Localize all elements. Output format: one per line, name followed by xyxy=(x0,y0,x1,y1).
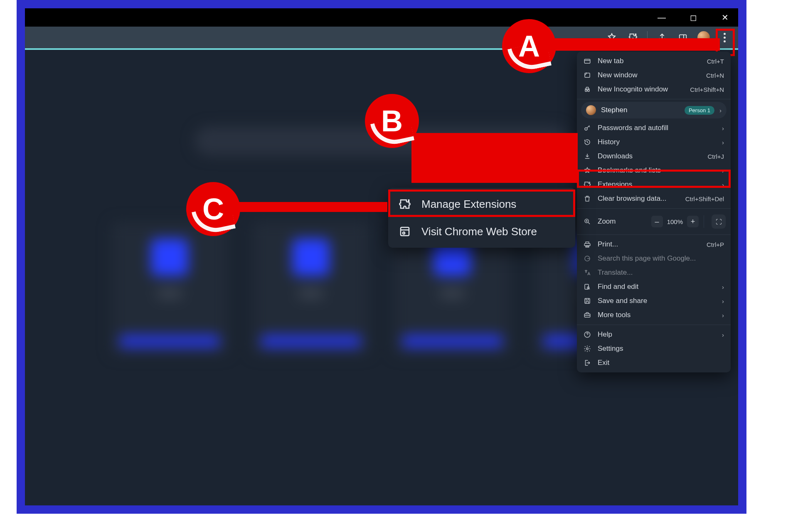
svg-rect-15 xyxy=(401,227,409,236)
menu-shortcut: Ctrl+Shift+N xyxy=(690,86,724,93)
svg-point-16 xyxy=(403,232,405,234)
chevron-right-icon: › xyxy=(722,298,724,305)
profile-name: Stephen xyxy=(601,106,680,114)
profile-badge: Person 1 xyxy=(685,106,714,115)
callout-letter: A xyxy=(518,29,540,63)
menu-label: Clear browsing data... xyxy=(598,195,680,203)
chevron-right-icon: › xyxy=(722,125,724,132)
translate-icon xyxy=(583,268,592,277)
menu-label: Downloads xyxy=(598,152,702,160)
menu-item-downloads[interactable]: Downloads Ctrl+J xyxy=(577,149,731,163)
svg-point-5 xyxy=(588,90,590,92)
extensions-submenu: Manage Extensions Visit Chrome Web Store xyxy=(388,188,575,248)
toolbox-icon xyxy=(583,310,592,320)
callout-c-pointer xyxy=(238,202,387,212)
more-menu-button[interactable] xyxy=(718,31,731,44)
menu-item-search-google[interactable]: Search this page with Google... xyxy=(577,251,731,266)
menu-item-settings[interactable]: Settings xyxy=(577,342,731,356)
fullscreen-button[interactable] xyxy=(712,214,726,229)
svg-point-6 xyxy=(585,128,587,130)
submenu-label: Manage Extensions xyxy=(421,198,516,211)
callout-marker-b: B xyxy=(365,94,419,148)
menu-label: More tools xyxy=(598,311,716,319)
menu-item-extensions[interactable]: Extensions › xyxy=(577,177,731,192)
menu-item-translate[interactable]: Translate... xyxy=(577,266,731,280)
zoom-icon xyxy=(583,217,592,226)
google-icon xyxy=(583,254,592,263)
chevron-right-icon: › xyxy=(722,167,724,174)
chevron-right-icon: › xyxy=(719,107,722,114)
menu-label: Settings xyxy=(598,345,724,353)
chevron-right-icon: › xyxy=(722,139,724,146)
find-icon xyxy=(583,282,592,291)
zoom-out-button[interactable]: – xyxy=(651,216,663,227)
menu-label: New window xyxy=(598,71,700,79)
menu-label: Extensions xyxy=(598,180,716,189)
menu-item-exit[interactable]: Exit xyxy=(577,356,731,370)
submenu-manage-extensions[interactable]: Manage Extensions xyxy=(388,190,575,218)
svg-point-14 xyxy=(586,348,589,350)
menu-label: Translate... xyxy=(598,268,724,277)
submenu-web-store[interactable]: Visit Chrome Web Store xyxy=(388,218,575,245)
menu-item-incognito[interactable]: New Incognito window Ctrl+Shift+N xyxy=(577,82,731,96)
svg-marker-19 xyxy=(238,202,387,212)
menu-item-print[interactable]: Print... Ctrl+P xyxy=(577,237,731,251)
callout-marker-c: C xyxy=(186,182,240,236)
menu-label: Search this page with Google... xyxy=(598,254,724,263)
menu-profile-row[interactable]: Stephen Person 1 › xyxy=(581,102,727,118)
menu-item-new-window[interactable]: New window Ctrl+N xyxy=(577,68,731,82)
tab-icon xyxy=(583,57,592,66)
window-close-button[interactable]: ✕ xyxy=(717,12,733,22)
chevron-right-icon: › xyxy=(722,331,724,338)
menu-separator xyxy=(577,208,731,209)
menu-separator xyxy=(577,325,731,325)
puzzle-icon xyxy=(398,197,411,211)
menu-label: Bookmarks and lists xyxy=(598,166,716,175)
zoom-value: 100% xyxy=(667,218,683,225)
chevron-right-icon: › xyxy=(722,181,724,188)
menu-shortcut: Ctrl+T xyxy=(707,58,724,65)
help-icon xyxy=(583,330,592,339)
menu-item-help[interactable]: Help › xyxy=(577,328,731,342)
callout-letter: C xyxy=(202,192,224,226)
submenu-label: Visit Chrome Web Store xyxy=(421,225,537,238)
svg-rect-11 xyxy=(585,298,590,303)
window-maximize-button[interactable]: ◻ xyxy=(685,12,702,22)
menu-label: Exit xyxy=(598,359,724,367)
menu-shortcut: Ctrl+P xyxy=(707,241,724,248)
trash-icon xyxy=(583,194,592,203)
download-icon xyxy=(583,152,592,161)
window-minimize-button[interactable]: — xyxy=(653,13,670,22)
menu-label: History xyxy=(598,138,716,146)
menu-item-save-share[interactable]: Save and share › xyxy=(577,294,731,308)
window-titlebar: — ◻ ✕ xyxy=(25,8,738,27)
menu-item-bookmarks[interactable]: Bookmarks and lists › xyxy=(577,163,731,177)
menu-item-find[interactable]: Find and edit › xyxy=(577,280,731,294)
zoom-in-button[interactable]: + xyxy=(687,216,699,227)
avatar-icon xyxy=(586,105,596,115)
webstore-icon xyxy=(398,225,411,238)
chevron-right-icon: › xyxy=(722,283,724,291)
menu-item-clear-data[interactable]: Clear browsing data... Ctrl+Shift+Del xyxy=(577,192,731,206)
menu-label: Print... xyxy=(598,240,701,249)
menu-label: Help xyxy=(598,330,716,339)
callout-marker-a: A xyxy=(502,19,556,73)
save-icon xyxy=(583,296,592,305)
menu-label: Passwords and autofill xyxy=(598,124,716,132)
menu-separator xyxy=(577,234,731,235)
zoom-separator xyxy=(704,215,704,228)
chevron-right-icon: › xyxy=(722,312,724,319)
menu-item-more-tools[interactable]: More tools › xyxy=(577,308,731,322)
callout-letter: B xyxy=(381,104,403,138)
incognito-icon xyxy=(583,85,592,94)
star-icon xyxy=(583,166,592,175)
menu-item-history[interactable]: History › xyxy=(577,135,731,149)
key-icon xyxy=(583,123,592,133)
callout-a-pointer xyxy=(554,38,720,51)
svg-marker-18 xyxy=(411,133,578,183)
history-icon xyxy=(583,138,592,147)
menu-item-passwords[interactable]: Passwords and autofill › xyxy=(577,121,731,135)
menu-label: New tab xyxy=(598,57,701,65)
menu-item-new-tab[interactable]: New tab Ctrl+T xyxy=(577,54,731,68)
menu-shortcut: Ctrl+J xyxy=(707,153,724,160)
